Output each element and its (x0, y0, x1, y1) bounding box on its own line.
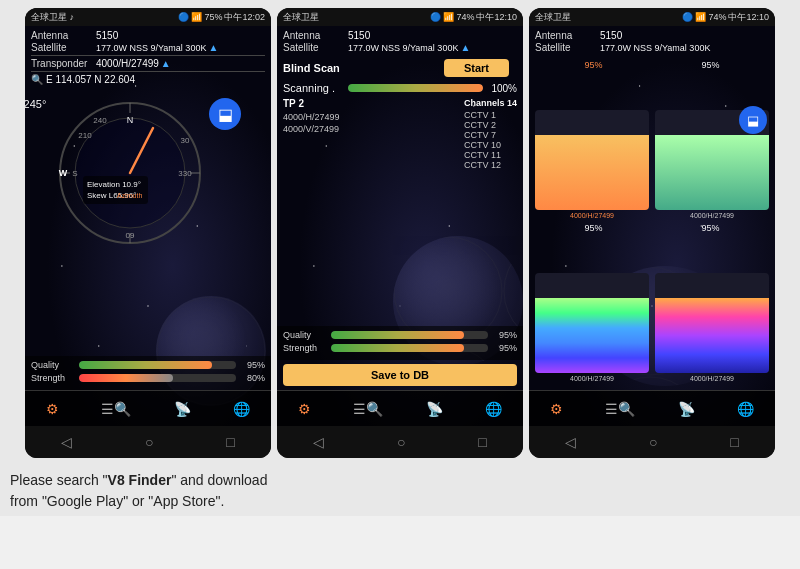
scanning-row: Scanning . 100% (277, 80, 523, 96)
bar-fill-purple (535, 298, 649, 373)
bottom-line1: Please search " (10, 472, 108, 488)
channels-count: Channels 14 (464, 98, 517, 108)
bottom-line1-end: " and download (171, 472, 267, 488)
bar-visual-1 (535, 110, 649, 210)
status-bar-1: 全球卫星 ♪ 🔵 📶 75% 中午12:02 (25, 8, 271, 26)
phone-2-content: Antenna 5150 Satellite 177.0W NSS 9/Yama… (277, 26, 523, 426)
antenna-label-3: Antenna (535, 30, 600, 41)
satellite-arrow-2: ▲ (460, 42, 470, 53)
globe-icon-1[interactable]: 🌐 (233, 401, 250, 417)
channel-cctv11: CCTV 11 (464, 150, 517, 160)
bar-visual-4 (655, 273, 769, 373)
pct-label-bl: 95% (535, 223, 652, 233)
svg-text:09: 09 (126, 231, 135, 240)
nav-bar-3: ◁ ○ □ (529, 426, 775, 458)
gear-icon-2[interactable]: ⚙ (298, 401, 311, 417)
transponder-row-1: Transponder 4000/H/27499 ▲ (31, 58, 265, 69)
status-left-2: 全球卫星 (283, 11, 319, 24)
back-icon-1[interactable]: ◁ (61, 434, 72, 450)
phone-3-content: Antenna 5150 Satellite 177.0W NSS 9/Yama… (529, 26, 775, 426)
back-icon-3[interactable]: ◁ (565, 434, 576, 450)
satellite-icon-3[interactable]: 📡 (678, 401, 695, 417)
gear-icon-1[interactable]: ⚙ (46, 401, 59, 417)
menu-icon-3[interactable]: ☰🔍 (605, 401, 635, 417)
start-button[interactable]: Start (444, 59, 509, 77)
bottom-pct-row: 95% 95% (535, 223, 769, 233)
antenna-value-2: 5150 (348, 30, 370, 41)
quality-track-2 (331, 331, 488, 339)
bar-label-1-orange: 4000/H/27499 (570, 212, 614, 219)
quality-bar-row-2: Quality 95% (283, 330, 517, 340)
satellite-label-1: Satellite (31, 42, 96, 53)
save-db-button[interactable]: Save to DB (283, 364, 517, 386)
tp-label: TP 2 (283, 98, 340, 109)
channel-cctv7: CCTV 7 (464, 130, 517, 140)
antenna-value-1: 5150 (96, 30, 118, 41)
satellite-arrow-1: ▲ (208, 42, 218, 53)
status-bar-2: 全球卫星 🔵 📶 74% 中午12:10 (277, 8, 523, 26)
satellite-value-3: 177.0W NSS 9/Yamal 300K (600, 43, 710, 53)
antenna-row-2: Antenna 5150 (283, 30, 517, 41)
square-icon-3[interactable]: □ (730, 434, 738, 450)
satellite-row-3: Satellite 177.0W NSS 9/Yamal 300K (535, 42, 769, 53)
satellite-row-2: Satellite 177.0W NSS 9/Yamal 300K ▲ (283, 42, 517, 53)
channel-cctv12: CCTV 12 (464, 160, 517, 170)
svg-text:210: 210 (78, 131, 92, 140)
tp-left: TP 2 4000/H/27499 4000/V/27499 (283, 98, 340, 170)
back-icon-2[interactable]: ◁ (313, 434, 324, 450)
channels-right: Channels 14 CCTV 1 CCTV 2 CCTV 7 CCTV 10… (464, 98, 517, 170)
bluetooth-btn-3[interactable]: ⬓ (739, 106, 767, 134)
channel-cctv1: CCTV 1 (464, 110, 517, 120)
bar-item-1: 4000/H/27499 (535, 110, 649, 219)
quality-label-2: Quality (283, 330, 331, 340)
transponder-value-1: 4000/H/27499 (96, 58, 159, 69)
satellite-label-3: Satellite (535, 42, 600, 53)
location-icon-1: 🔍 (31, 74, 43, 85)
menu-icon-2[interactable]: ☰🔍 (353, 401, 383, 417)
square-icon-2[interactable]: □ (478, 434, 486, 450)
svg-text:Elevation 10.9°: Elevation 10.9° (87, 180, 141, 189)
home-icon-3[interactable]: ○ (649, 434, 657, 450)
quality-pct-2: 95% (492, 330, 517, 340)
strength-label-2: Strength (283, 343, 331, 353)
satellite-icon-1[interactable]: 📡 (174, 401, 191, 417)
bar-label-4: 4000/H/27499 (690, 375, 734, 382)
compass-area-1: 245° (25, 88, 271, 258)
location-value-1: E 114.057 N 22.604 (46, 74, 135, 85)
satellite-icon-2[interactable]: 📡 (426, 401, 443, 417)
gear-icon-3[interactable]: ⚙ (550, 401, 563, 417)
scanning-label: Scanning . (283, 82, 348, 94)
nav-bar-1: ◁ ○ □ (25, 426, 271, 458)
menu-icon-1[interactable]: ☰🔍 (101, 401, 131, 417)
home-icon-2[interactable]: ○ (397, 434, 405, 450)
info-panel-2: Antenna 5150 Satellite 177.0W NSS 9/Yama… (277, 26, 523, 56)
channel-cctv2: CCTV 2 (464, 120, 517, 130)
home-icon-1[interactable]: ○ (145, 434, 153, 450)
bottom-bars-2: Quality 95% Strength 95% (277, 326, 523, 360)
satellite-value-2: 177.0W NSS 9/Yamal 300K (348, 43, 458, 53)
square-icon-1[interactable]: □ (226, 434, 234, 450)
phone-3: 全球卫星 🔵 📶 74% 中午12:10 Antenna 5150 Satell… (529, 8, 775, 458)
degrees-label-1: 245° (25, 98, 46, 110)
quality-label-1: Quality (31, 360, 79, 370)
scanning-fill (348, 84, 483, 92)
globe-icon-3[interactable]: 🌐 (737, 401, 754, 417)
phones-container: 全球卫星 ♪ 🔵 📶 75% 中午12:02 Antenna 5150 Sate… (0, 0, 800, 462)
tp-channels-area: TP 2 4000/H/27499 4000/V/27499 Channels … (277, 96, 523, 172)
antenna-value-3: 5150 (600, 30, 622, 41)
svg-text:W: W (59, 168, 68, 178)
strength-fill-2 (331, 344, 464, 352)
bluetooth-btn-1[interactable]: ⬓ (209, 98, 241, 130)
strength-fill-1 (79, 374, 173, 382)
status-right-2: 🔵 📶 74% 中午12:10 (430, 11, 517, 24)
pct-label-tl: 95% (535, 60, 652, 70)
scanning-pct: 100% (487, 83, 517, 94)
bar-fill-orange (535, 135, 649, 210)
compass-1: N 330 S 09 30 210 240 W Elevation 10.9° (55, 98, 205, 248)
svg-text:S: S (72, 169, 77, 178)
strength-track-1 (79, 374, 236, 382)
strength-pct-2: 95% (492, 343, 517, 353)
globe-icon-2[interactable]: 🌐 (485, 401, 502, 417)
blind-scan-row: Blind Scan Start (277, 56, 523, 80)
strength-label-1: Strength (31, 373, 79, 383)
